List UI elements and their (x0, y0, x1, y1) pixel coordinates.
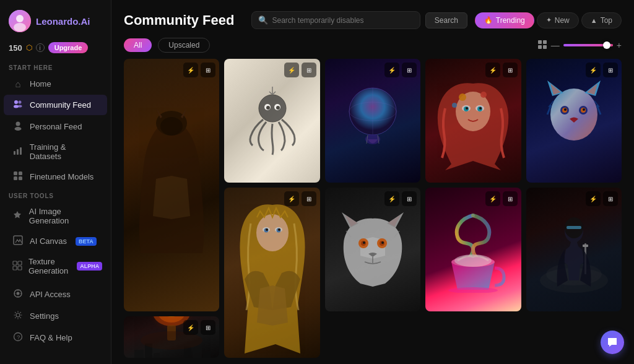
finetuned-icon (12, 171, 24, 183)
sidebar-item-ai-image[interactable]: AI Image Generation (4, 202, 107, 230)
sidebar-item-ai-canvas[interactable]: AI Canvas BETA (4, 231, 107, 251)
action-btn-expand[interactable]: ⊞ (603, 191, 618, 206)
section-label-start: Start Here (0, 59, 111, 74)
svg-rect-20 (18, 266, 22, 270)
action-btn-remix[interactable]: ⚡ (586, 191, 601, 206)
sidebar-item-label: Home (30, 79, 51, 89)
training-icon (12, 146, 24, 158)
action-btn-remix[interactable]: ⚡ (284, 191, 299, 206)
section-label-tools: User Tools (0, 188, 111, 202)
action-btn-remix[interactable]: ⚡ (384, 63, 399, 77)
upgrade-button[interactable]: Upgrade (48, 42, 89, 53)
grid-controls: — + (537, 40, 622, 51)
sidebar-item-label: Personal Feed (30, 122, 82, 131)
action-btn-expand[interactable]: ⊞ (302, 191, 316, 206)
image-card-2[interactable]: ⚡ ⊞ (224, 59, 319, 183)
svg-point-7 (16, 122, 20, 126)
sort-tab-top[interactable]: ▲ Top (581, 12, 622, 28)
sidebar-item-texture[interactable]: Texture Generation ALPHA (4, 253, 107, 280)
filter-upscaled-button[interactable]: Upscaled (158, 38, 210, 53)
info-icon[interactable]: i (36, 43, 45, 52)
sidebar-item-settings[interactable]: Settings (4, 306, 107, 326)
svg-rect-12 (14, 171, 17, 175)
personal-feed-icon (12, 121, 24, 132)
action-btn-remix[interactable]: ⚡ (284, 63, 299, 77)
image-card-8[interactable]: ⚡ ⊞ (425, 188, 521, 311)
action-btn-expand[interactable]: ⊞ (503, 191, 518, 206)
credits-count: 150 (9, 43, 22, 53)
new-icon: ✦ (546, 16, 552, 24)
card-actions: ⚡ ⊞ (485, 191, 518, 206)
svg-text:?: ? (17, 334, 20, 340)
image-card-10[interactable]: ⚡ ⊞ (124, 316, 219, 358)
search-button[interactable]: Search (425, 12, 467, 28)
credits-row: 150 ⬡ i Upgrade (0, 40, 111, 59)
chat-button[interactable] (601, 331, 624, 354)
action-btn-expand[interactable]: ⊞ (201, 320, 215, 335)
image-card-7[interactable]: ⚡ ⊞ (325, 188, 420, 311)
action-btn-expand[interactable]: ⊞ (402, 63, 417, 77)
faq-icon: ? (12, 332, 24, 344)
action-btn-expand[interactable]: ⊞ (201, 63, 215, 77)
card-actions: ⚡ ⊞ (384, 63, 417, 77)
sort-tab-trending[interactable]: 🔥 Trending (475, 12, 534, 28)
sidebar-header: Leonardo.Ai (0, 7, 111, 40)
list-layout-button[interactable]: — (551, 40, 560, 50)
image-grid: ⚡ ⊞ (111, 59, 634, 364)
sidebar-item-home[interactable]: ⌂ Home (4, 74, 107, 93)
search-icon: 🔍 (258, 15, 268, 25)
svg-point-6 (18, 105, 22, 108)
sidebar-item-personal-feed[interactable]: Personal Feed (4, 116, 107, 137)
zoom-slider[interactable] (563, 44, 613, 46)
sidebar-item-community-feed[interactable]: Community Feed (4, 95, 107, 115)
image-card-9[interactable]: ⚡ ⊞ (526, 188, 622, 311)
image-card-1[interactable]: ⚡ ⊞ (124, 59, 219, 311)
search-bar: 🔍 (251, 11, 420, 29)
svg-rect-13 (19, 171, 22, 175)
action-btn-remix[interactable]: ⚡ (586, 63, 601, 77)
action-btn-remix[interactable]: ⚡ (485, 191, 500, 206)
action-btn-expand[interactable]: ⊞ (402, 191, 417, 206)
action-btn-expand[interactable]: ⊞ (603, 63, 618, 77)
image-card-6[interactable]: ⚡ ⊞ (224, 188, 319, 358)
brand-name: Leonardo.Ai (36, 16, 90, 27)
action-btn-remix[interactable]: ⚡ (485, 63, 500, 77)
card-actions: ⚡ ⊞ (384, 191, 417, 206)
svg-rect-28 (543, 45, 547, 49)
zoom-in-button[interactable]: + (617, 40, 622, 50)
community-feed-icon (12, 99, 24, 111)
sidebar-item-faq[interactable]: ? FAQ & Help (4, 327, 107, 348)
sidebar-item-api-access[interactable]: API Access (4, 284, 107, 305)
sidebar-item-label: API Access (30, 290, 71, 299)
sidebar-item-label: Community Feed (30, 100, 91, 110)
sidebar-item-label: AI Canvas (30, 236, 67, 246)
svg-rect-11 (20, 147, 22, 155)
settings-icon (12, 310, 24, 322)
action-btn-remix[interactable]: ⚡ (183, 320, 198, 335)
image-card-5[interactable]: ⚡ ⊞ (526, 59, 622, 183)
svg-point-8 (15, 127, 22, 131)
ai-image-icon (12, 210, 23, 222)
filter-bar: All Upscaled — + (111, 35, 634, 59)
page-title: Community Feed (124, 12, 234, 28)
sidebar-item-training[interactable]: Training & Datasets (4, 138, 107, 165)
svg-rect-15 (19, 176, 22, 180)
main-header: Community Feed 🔍 Search 🔥 Trending ✦ New… (111, 0, 634, 35)
grid-layout-button[interactable] (537, 40, 547, 51)
sort-tab-new[interactable]: ✦ New (537, 12, 579, 28)
search-input[interactable] (272, 16, 383, 25)
action-btn-expand[interactable]: ⊞ (503, 63, 518, 77)
action-btn-remix[interactable]: ⚡ (384, 191, 399, 206)
svg-rect-27 (538, 45, 542, 49)
card-actions: ⚡ ⊞ (183, 63, 215, 77)
filter-all-button[interactable]: All (124, 38, 152, 52)
image-card-4[interactable]: ⚡ ⊞ (425, 59, 521, 183)
sidebar-item-label: Settings (30, 311, 59, 321)
image-card-3[interactable]: ⚡ ⊞ (325, 59, 420, 183)
sidebar-item-finetuned[interactable]: Finetuned Models (4, 167, 107, 187)
sidebar: Leonardo.Ai 150 ⬡ i Upgrade Start Here ⌂… (0, 0, 111, 364)
card-actions: ⚡ ⊞ (485, 63, 518, 77)
action-btn-remix[interactable]: ⚡ (183, 63, 198, 77)
action-btn-expand[interactable]: ⊞ (302, 63, 316, 77)
svg-rect-18 (18, 261, 22, 265)
